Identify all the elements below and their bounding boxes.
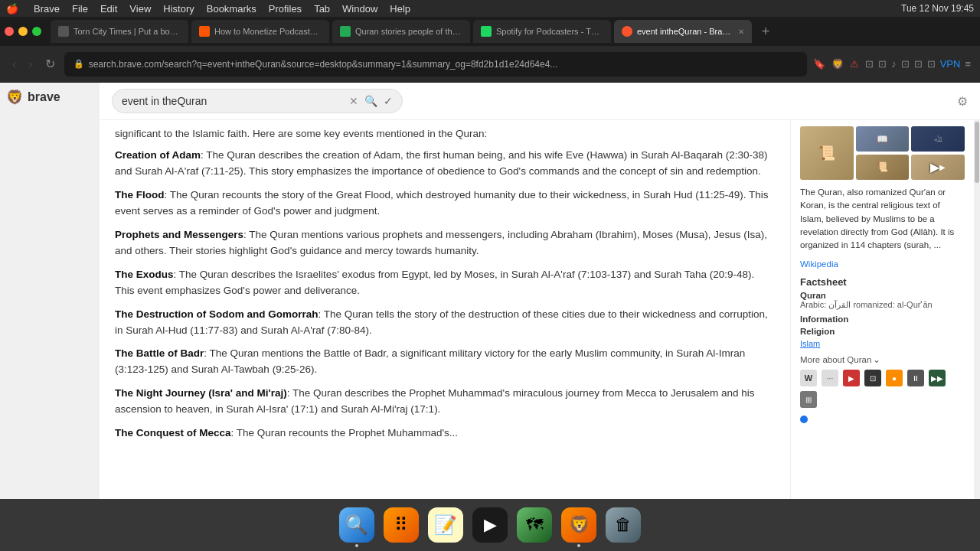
search-check-icon: ✓ <box>384 95 393 107</box>
notes-icon: 📝 <box>434 514 457 536</box>
extension-icon-1[interactable]: ⊡ <box>865 58 874 70</box>
extension-icon-4[interactable]: ⊡ <box>901 58 910 70</box>
list-item: The Conquest of Mecca: The Quran recount… <box>115 425 775 442</box>
extension-icon-2[interactable]: ⊡ <box>878 58 887 70</box>
content-area: event in theQuran ✕ 🔍 ✓ ⚙ significant to… <box>100 83 980 499</box>
quran-image-calligraphy[interactable]: ﷲ <box>911 126 965 152</box>
tab-label-1: Torn City Times | Put a bounty on... <box>74 27 181 36</box>
new-tab-button[interactable]: + <box>755 21 776 42</box>
more-sources-icon[interactable]: ··· <box>822 370 838 386</box>
bookmark-icon[interactable]: 🔖 <box>813 58 825 70</box>
menu-file[interactable]: File <box>72 3 88 15</box>
more-about-quran-link[interactable]: More about Quran ⌄ <box>800 354 965 365</box>
quran-image-book[interactable]: 📖 <box>856 126 910 152</box>
fact-religion-section: Religion Islam <box>800 327 965 350</box>
tab-5-active[interactable]: event intheQuran - Brave S... ✕ <box>614 20 752 43</box>
menu-help[interactable]: Help <box>390 3 410 15</box>
scrollbar-thumb[interactable] <box>975 122 979 183</box>
result-title-3: Prophets and Messengers <box>115 229 243 240</box>
maximize-button[interactable] <box>32 27 41 36</box>
tab-label-4: Spotify for Podcasters - The eas... <box>496 27 603 36</box>
system-time: Tue 12 Nov 19:45 <box>901 3 974 14</box>
search-input-wrapper[interactable]: event in theQuran ✕ 🔍 ✓ <box>112 89 403 113</box>
warning-icon: ⚠ <box>850 58 859 70</box>
extension-icon-3[interactable]: ♪ <box>891 58 897 70</box>
source-icon-orange2[interactable]: ● <box>886 370 903 386</box>
tab-2[interactable]: How to Monetize Podcasts on S... <box>191 20 329 43</box>
extension-icon-5[interactable]: ⊡ <box>914 58 923 70</box>
results-container: significant to the Islamic faith. Here a… <box>100 120 980 499</box>
search-clear-button[interactable]: ✕ <box>349 95 358 107</box>
result-title-7: The Night Journey (Isra' and Mi'raj) <box>115 387 287 399</box>
dock-item-appletv[interactable]: ▶ <box>472 507 508 543</box>
dock-item-notes[interactable]: 📝 <box>428 507 463 543</box>
result-body-8: The Quran recounts the Prophet Muhammad'… <box>237 427 458 439</box>
menu-bookmarks[interactable]: Bookmarks <box>207 3 256 15</box>
back-button[interactable]: ‹ <box>9 54 19 74</box>
tab-close-button[interactable]: ✕ <box>738 28 744 36</box>
settings-gear-icon[interactable]: ⚙ <box>957 94 968 109</box>
tabbar: Torn City Times | Put a bounty on... How… <box>0 17 980 46</box>
shields-icon[interactable]: 🦁 <box>831 58 844 70</box>
source-icon-grey2[interactable]: ⊞ <box>800 391 817 408</box>
fact-romanized-label: romanized: <box>853 300 894 309</box>
main-content: 🦁 brave event in theQuran ✕ 🔍 ✓ ⚙ s <box>0 83 980 499</box>
dock-item-maps[interactable]: 🗺 <box>517 507 552 543</box>
apple-menu[interactable]: 🍎 <box>6 3 18 15</box>
source-dot-row <box>800 412 965 426</box>
menu-tab[interactable]: Tab <box>314 3 330 15</box>
quran-image-scroll[interactable]: 📜 <box>856 155 910 180</box>
result-title-8: The Conquest of Mecca <box>115 427 231 439</box>
menu-icon[interactable]: ≡ <box>965 58 971 70</box>
list-item: The Battle of Badr: The Quran mentions t… <box>115 346 775 378</box>
list-item: Creation of Adam: The Quran describes th… <box>115 148 775 180</box>
dock-item-trash[interactable]: 🗑 <box>606 507 641 543</box>
tab-label-3: Quran stories people of the cave <box>355 27 462 36</box>
tab-4[interactable]: Spotify for Podcasters - The eas... <box>473 20 611 43</box>
list-item: The Flood: The Quran recounts the story … <box>115 187 775 220</box>
addressbar: ‹ › ↻ 🔒 search.brave.com/search?q=event+… <box>0 46 980 83</box>
tab-3[interactable]: Quran stories people of the cave <box>332 20 470 43</box>
wikipedia-link[interactable]: Wikipedia <box>800 259 838 269</box>
result-title-4: The Exodus <box>115 269 174 280</box>
dock-item-brave[interactable]: 🦁 <box>561 507 596 543</box>
minimize-button[interactable] <box>18 27 28 36</box>
wikipedia-source-icon[interactable]: W <box>800 370 817 386</box>
forward-button[interactable]: › <box>25 54 35 74</box>
brave-active-dot <box>577 544 580 547</box>
result-title-6: The Battle of Badr <box>115 347 204 359</box>
vpn-indicator[interactable]: VPN <box>940 58 961 70</box>
menubar: 🍎 Brave File Edit View History Bookmarks… <box>0 0 980 17</box>
fact-information-section: Information <box>800 315 965 324</box>
quran-image-large[interactable]: 📜 <box>800 126 854 180</box>
tab-favicon-4 <box>481 26 492 37</box>
quran-image-grid: 📜 📖 ﷲ 📜 ▶ <box>800 126 965 180</box>
menu-brave[interactable]: Brave <box>34 3 60 15</box>
menu-profiles[interactable]: Profiles <box>269 3 302 15</box>
tab-1[interactable]: Torn City Times | Put a bounty on... <box>51 20 188 43</box>
quran-image-text2[interactable]: ▶ <box>911 155 965 180</box>
source-icon-dark[interactable]: ⊡ <box>864 370 881 386</box>
more-link-text: More about Quran <box>800 355 871 364</box>
tab-favicon-2 <box>199 26 210 37</box>
menu-window[interactable]: Window <box>342 3 377 15</box>
scrollbar[interactable] <box>974 120 980 499</box>
left-sidebar: 🦁 brave <box>0 83 100 499</box>
fact-religion-value[interactable]: Islam <box>800 339 820 348</box>
result-body-1: The Quran describes the creation of Adam… <box>115 149 767 177</box>
source-icon-pause[interactable]: ⏸ <box>907 370 924 386</box>
extension-icon-6[interactable]: ⊡ <box>927 58 936 70</box>
menu-view[interactable]: View <box>129 3 151 15</box>
dock-item-finder[interactable]: 🔍 <box>339 507 374 543</box>
search-submit-icon[interactable]: 🔍 <box>364 95 377 107</box>
trash-icon: 🗑 <box>615 515 632 535</box>
address-input-box[interactable]: 🔒 search.brave.com/search?q=event+intheQ… <box>64 52 808 77</box>
menu-edit[interactable]: Edit <box>100 3 117 15</box>
source-icon-green[interactable]: ▶▶ <box>929 370 946 386</box>
list-item: The Destruction of Sodom and Gomorrah: T… <box>115 307 775 339</box>
source-icon-orange[interactable]: ▶ <box>843 370 860 386</box>
reload-button[interactable]: ↻ <box>42 54 58 74</box>
dock-item-launchpad[interactable]: ⠿ <box>384 507 419 543</box>
close-button[interactable] <box>5 27 14 36</box>
menu-history[interactable]: History <box>163 3 194 15</box>
